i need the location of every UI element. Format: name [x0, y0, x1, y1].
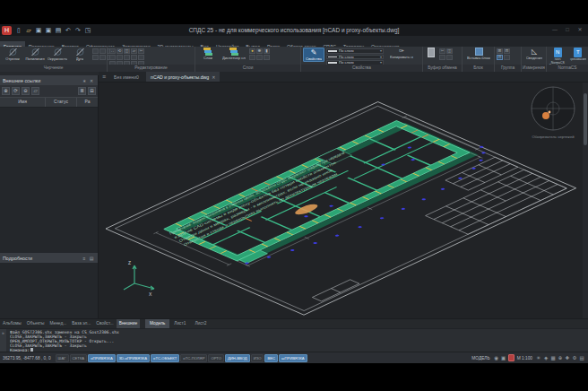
- palette-tab[interactable]: Внешние: [117, 319, 140, 328]
- palette-view-icon[interactable]: ≣: [78, 87, 86, 95]
- trim-icon[interactable]: ✂: [138, 48, 144, 54]
- drawing-tool-button[interactable]: Отрезок: [2, 48, 23, 61]
- details-grid-icon[interactable]: ▤: [88, 256, 95, 261]
- quick-access-icon[interactable]: ▣: [34, 24, 43, 36]
- document-tab[interactable]: nCAD и proxy-объекты.dwg ✕: [146, 72, 220, 82]
- minimize-button[interactable]: —: [549, 24, 560, 36]
- quick-access-icon[interactable]: ▤: [54, 24, 63, 36]
- layers-button[interactable]: Слои: [197, 48, 219, 60]
- status-icon[interactable]: ✚: [564, 353, 571, 363]
- paste-special-icon[interactable]: [439, 55, 445, 60]
- group-edit-icon[interactable]: [504, 55, 510, 60]
- vertical-scrollbar[interactable]: [583, 83, 588, 318]
- insert-block-button[interactable]: Вставка блока: [463, 48, 494, 60]
- ungroup-icon[interactable]: ⊟: [504, 48, 510, 54]
- panel-label[interactable]: Редактирование: [108, 65, 195, 72]
- maximize-button[interactable]: □: [562, 24, 573, 36]
- copy-icon[interactable]: ◫: [124, 48, 130, 54]
- drawing-canvas[interactable]: Примечание: модель выполнена в учебных ц…: [99, 83, 583, 318]
- status-toggle[interactable]: СЕТКА: [70, 354, 88, 362]
- status-icon[interactable]: ⊕: [557, 353, 564, 363]
- status-toggle[interactable]: ОРТО: [208, 354, 224, 362]
- column-header[interactable]: Имя: [0, 98, 46, 107]
- panel-label[interactable]: NormaCS: [547, 65, 588, 72]
- quick-access-icon[interactable]: ▣: [44, 24, 53, 36]
- panel-label[interactable]: Измерения: [522, 65, 546, 72]
- status-toggle[interactable]: ИЗО: [251, 354, 264, 362]
- panel-label[interactable]: Буфер обмена: [423, 65, 462, 72]
- quick-access-icon[interactable]: ↶: [64, 24, 73, 36]
- drawing-tool-button[interactable]: Окружность: [47, 48, 68, 61]
- column-header[interactable]: Статус: [46, 98, 77, 107]
- status-toggle[interactable]: 3D-оПРИВЯЗКА: [117, 354, 150, 362]
- palette-view-icon[interactable]: ⊟: [88, 87, 96, 95]
- status-toggle[interactable]: ВЕС: [264, 354, 278, 362]
- status-icon[interactable]: ▤: [578, 353, 585, 363]
- layout-tab[interactable]: Лист2: [190, 319, 211, 328]
- tool-icon[interactable]: [92, 48, 99, 54]
- status-toggle[interactable]: ДИН-ВВОД: [225, 354, 250, 362]
- quick-access-icon[interactable]: ▯: [14, 24, 23, 36]
- copy-base-icon[interactable]: [446, 55, 453, 60]
- details-list-icon[interactable]: ≡: [81, 256, 88, 261]
- scrollbar-thumb[interactable]: [584, 93, 587, 145]
- command-window[interactable]: » Файл GOST2306.shx заменен на CS_Gost23…: [0, 328, 588, 352]
- tool-icon[interactable]: [99, 48, 106, 54]
- group-select-icon[interactable]: ⊡: [497, 55, 503, 60]
- tool-icon[interactable]: [117, 55, 123, 60]
- tool-icon[interactable]: [138, 55, 144, 60]
- space-label[interactable]: МОДЕЛЬ: [471, 356, 489, 361]
- properties-button[interactable]: ✎ Свойства: [303, 48, 324, 62]
- layer-tool-icon[interactable]: [249, 55, 255, 60]
- color-dropdown[interactable]: По слою ▾: [326, 48, 384, 54]
- quick-access-icon[interactable]: ▱: [24, 24, 33, 36]
- close-tab-icon[interactable]: ✕: [212, 74, 215, 80]
- document-tab[interactable]: Без имени0: [109, 72, 146, 82]
- copy-icon[interactable]: ◫: [446, 48, 453, 54]
- status-toggle[interactable]: ШАГ: [56, 354, 69, 362]
- notification-badge[interactable]: [508, 354, 514, 361]
- normacs-app-button[interactable]: Т Требования: [569, 48, 588, 62]
- command-gutter[interactable]: »: [0, 329, 6, 352]
- panel-label[interactable]: Слои: [195, 65, 300, 72]
- layer-freeze-icon[interactable]: ❋: [256, 48, 263, 54]
- drawing-tool-button[interactable]: Полилиния: [24, 48, 46, 61]
- status-toggle[interactable]: оПРИВЯЗКА: [88, 354, 116, 362]
- palette-tool-icon[interactable]: ⊕: [2, 87, 10, 95]
- palette-tab[interactable]: Менед...: [47, 319, 69, 328]
- status-icon[interactable]: ☀: [535, 353, 542, 363]
- status-icon[interactable]: ▣: [500, 353, 507, 363]
- palette-tab[interactable]: Альбомы: [0, 319, 24, 328]
- pin-icon[interactable]: ∗: [81, 78, 88, 83]
- linetype-dropdown[interactable]: По слою ▾: [326, 55, 384, 60]
- quick-access-icon[interactable]: ↷: [74, 24, 82, 36]
- palette-tool-icon[interactable]: ⟳: [12, 87, 20, 95]
- tool-icon[interactable]: [131, 55, 137, 60]
- palette-tab[interactable]: Объекты: [24, 319, 48, 328]
- status-toggle[interactable]: оТС-ОБЪЕКТ: [151, 354, 179, 362]
- tool-icon[interactable]: [99, 55, 106, 60]
- move-icon[interactable]: ↔: [109, 48, 116, 54]
- column-header[interactable]: Ра: [77, 98, 98, 107]
- close-button[interactable]: ✕: [575, 24, 585, 36]
- palette-tab[interactable]: Свойст...: [93, 319, 116, 328]
- status-icon[interactable]: ◈: [542, 353, 549, 363]
- panel-label[interactable]: Группа: [495, 65, 521, 72]
- close-icon[interactable]: ✕: [88, 78, 95, 83]
- reference-list[interactable]: [0, 108, 98, 253]
- palette-tool-icon[interactable]: ⊖: [22, 87, 30, 95]
- tool-icon[interactable]: [109, 55, 116, 60]
- status-toggle[interactable]: оТС-ПОЛЯР: [180, 354, 207, 362]
- mirror-icon[interactable]: ▱: [131, 48, 137, 54]
- copy-properties-button[interactable]: ✑ Копировать свойства: [385, 48, 418, 59]
- group-icon[interactable]: ⊞: [497, 48, 503, 54]
- locator-widget[interactable]: Обозреватель чертежей: [532, 87, 575, 139]
- panel-label[interactable]: Свойства: [301, 65, 422, 72]
- quick-access-icon[interactable]: ◳: [83, 24, 92, 36]
- palette-tool-icon[interactable]: ▱: [31, 87, 39, 95]
- drawing-tool-button[interactable]: Дуга: [69, 48, 91, 61]
- normacs-app-button[interactable]: N NSR NormaCS Specification: [549, 48, 567, 65]
- layer-lock-icon[interactable]: ▮: [264, 48, 270, 54]
- layout-tab[interactable]: Лист1: [169, 319, 190, 328]
- layer-on-icon[interactable]: ●: [249, 48, 255, 54]
